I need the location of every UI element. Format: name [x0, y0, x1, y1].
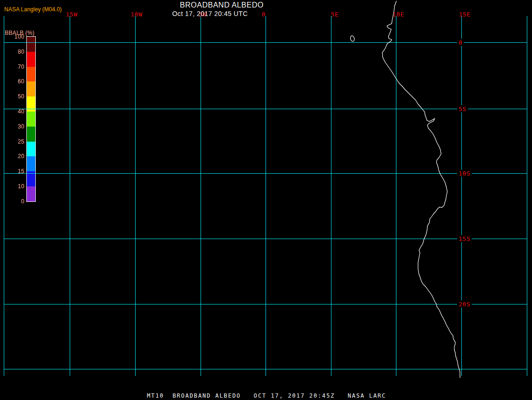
- longitude-label-15W: 15W: [66, 11, 78, 17]
- longitude-label-10E: 10E: [393, 11, 404, 17]
- colorbar-tick-10: 10: [0, 184, 24, 189]
- colorbar-tick-60: 60: [0, 79, 24, 84]
- page-title: BROADBAND ALBEDO: [180, 1, 264, 9]
- colorbar-tick-25: 25: [0, 139, 24, 144]
- latitude-label-20S: 20S: [457, 301, 472, 308]
- latitude-label-15S: 15S: [457, 235, 472, 242]
- colorbar-tick-80: 80: [0, 49, 24, 55]
- colorbar-tick-20: 20: [0, 153, 24, 159]
- longitude-label-10W: 10W: [131, 11, 143, 17]
- colorbar-tick-70: 70: [0, 64, 24, 70]
- longitude-label-15E: 15E: [459, 11, 471, 17]
- colorbar-tick-50: 50: [0, 94, 24, 99]
- island-outline: [350, 35, 355, 42]
- timestamp-subtitle: Oct 17, 2017 20:45 UTC: [172, 10, 248, 17]
- colorbar-tick-100: 100: [0, 34, 24, 40]
- colorbar-tick-15: 15: [0, 168, 24, 174]
- latitude-label-10S: 10S: [457, 170, 472, 177]
- longitude-label-0: 0: [262, 11, 266, 17]
- albedo-map-canvas: NASA Langley (M04.0) BROADBAND ALBEDO Oc…: [0, 0, 532, 400]
- longitude-label-5E: 5E: [331, 11, 339, 17]
- footer-caption: MT10 BROADBAND ALBEDO OCT 17, 2017 20:45…: [147, 392, 386, 399]
- coastline-map: [0, 0, 532, 400]
- africa-west-coastline: [382, 1, 460, 378]
- colorbar-tick-0: 0: [0, 199, 24, 204]
- latitude-label-5S: 5S: [457, 105, 468, 112]
- latitude-label-0: 0: [457, 39, 464, 46]
- source-version-label: NASA Langley (M04.0): [4, 6, 62, 13]
- colorbar-tick-40: 40: [0, 109, 24, 114]
- colorbar-tick-30: 30: [0, 124, 24, 129]
